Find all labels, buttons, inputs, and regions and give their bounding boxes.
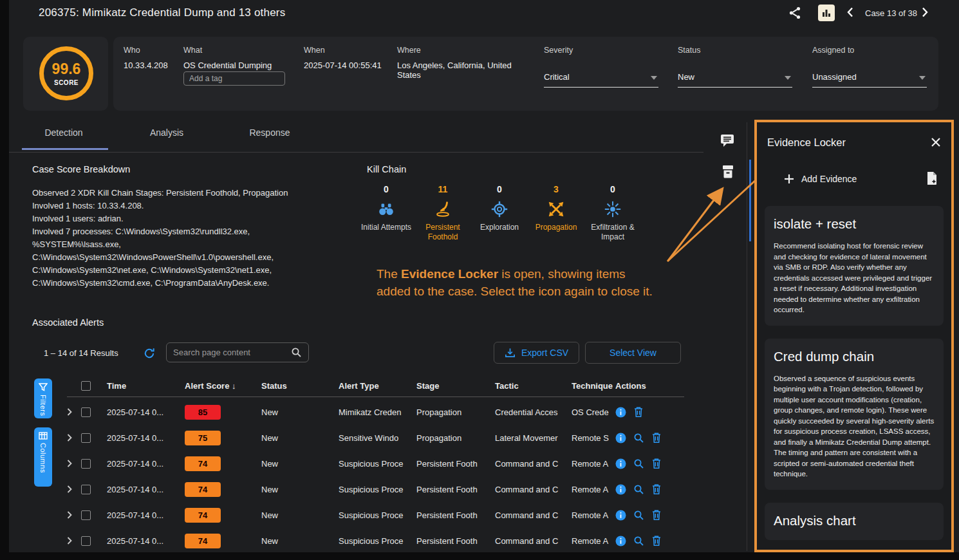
filter-funnel-icon [39, 383, 48, 391]
cell-stage: Persistent Footh [416, 459, 495, 469]
evidence-card-title: isolate + reset [774, 216, 935, 232]
comments-icon[interactable] [720, 134, 735, 151]
field-when: When 2025-07-14 00:55:41 [304, 46, 382, 70]
row-checkbox[interactable] [81, 536, 91, 546]
tab-response[interactable]: Response [228, 127, 312, 138]
info-icon[interactable] [615, 407, 626, 418]
col-technique[interactable]: Technique [572, 381, 615, 391]
select-view-button[interactable]: Select View [585, 342, 681, 364]
expand-row-icon[interactable] [67, 434, 81, 442]
what-value: OS Credential Dumping [183, 61, 272, 70]
evidence-locker-title: Evidence Locker [767, 136, 846, 149]
evidence-card[interactable]: Analysis chart [765, 503, 944, 540]
assigned-select[interactable]: Unassigned [812, 72, 927, 88]
table-header-divider [67, 397, 684, 397]
evidence-locker-panel: Evidence Locker Add Evidence isolate + r… [754, 120, 954, 552]
col-status[interactable]: Status [261, 381, 339, 391]
who-value: 10.33.4.208 [124, 61, 168, 70]
field-where: Where Los Angeles, California, United St… [397, 46, 519, 80]
delete-icon[interactable] [651, 483, 662, 495]
share-icon[interactable] [788, 6, 802, 23]
col-stage[interactable]: Stage [416, 381, 495, 391]
delete-icon[interactable] [651, 432, 662, 443]
cell-stage: Persistent Footh [416, 510, 495, 520]
cell-stage: Persistent Footh [416, 485, 495, 494]
scrollbar-thumb[interactable] [749, 160, 751, 241]
table-row: 2025-07-14 0... 74 New Suspicious Proce … [67, 451, 684, 476]
row-checkbox[interactable] [81, 485, 91, 494]
col-actions: Actions [615, 381, 684, 391]
tab-analysis[interactable]: Analysis [125, 127, 209, 138]
status-select[interactable]: New [678, 72, 792, 88]
next-case-icon[interactable] [922, 7, 928, 20]
info-icon[interactable] [615, 510, 626, 521]
target-icon [471, 198, 528, 220]
crossed-arrows-icon [528, 198, 584, 220]
tab-detection[interactable]: Detection [22, 127, 106, 138]
filters-button[interactable]: Filters [34, 378, 52, 418]
chevron-down-icon [651, 76, 657, 80]
table-row: 2025-07-14 0... 74 New Suspicious Proce … [67, 476, 684, 502]
col-time[interactable]: Time [107, 381, 185, 391]
row-checkbox[interactable] [81, 407, 91, 417]
chevron-down-icon [785, 76, 791, 80]
alert-score-badge: 74 [185, 482, 221, 497]
cell-tactic: Command and C [495, 536, 572, 546]
add-evidence-button[interactable]: Add Evidence [784, 174, 857, 184]
search-icon[interactable] [291, 347, 302, 358]
stage-exploration[interactable]: 0 Exploration [471, 184, 528, 242]
prev-case-icon[interactable] [847, 7, 853, 20]
delete-icon[interactable] [651, 509, 662, 521]
investigate-icon[interactable] [633, 484, 644, 495]
severity-select[interactable]: Critical [544, 72, 658, 88]
evidence-card[interactable]: isolate + reset Recommend isolating host… [765, 206, 944, 326]
rail-divider [747, 122, 747, 551]
columns-button[interactable]: Columns [34, 427, 52, 487]
col-tactic[interactable]: Tactic [495, 381, 572, 391]
expand-row-icon[interactable] [67, 537, 81, 545]
cell-technique: Remote A [572, 459, 615, 469]
stage-exfiltration-impact[interactable]: 0 Exfiltration & Impact [584, 184, 641, 242]
refresh-icon[interactable] [144, 348, 155, 362]
investigate-icon[interactable] [633, 433, 644, 443]
cell-time: 2025-07-14 0... [107, 433, 185, 443]
foothold-icon [414, 198, 471, 220]
delete-icon[interactable] [651, 458, 662, 469]
evidence-card[interactable]: Cred dump chain Observed a sequence of s… [765, 339, 944, 490]
investigate-icon[interactable] [633, 510, 644, 521]
file-plus-icon[interactable] [926, 171, 938, 188]
expand-row-icon[interactable] [67, 485, 81, 493]
expand-row-icon[interactable] [67, 460, 81, 467]
info-icon[interactable] [615, 433, 626, 443]
evidence-locker-icon[interactable] [721, 165, 735, 182]
col-alert-type[interactable]: Alert Type [339, 381, 416, 391]
info-icon[interactable] [615, 458, 626, 469]
chart-view-button[interactable] [818, 5, 835, 21]
select-all-checkbox[interactable] [81, 381, 91, 391]
info-icon[interactable] [615, 484, 626, 495]
row-checkbox[interactable] [81, 510, 91, 520]
info-icon[interactable] [615, 536, 626, 546]
search-input[interactable] [173, 348, 291, 357]
tab-divider [9, 152, 703, 153]
close-icon[interactable] [931, 137, 941, 150]
bar-chart-icon [822, 8, 831, 17]
export-csv-button[interactable]: Export CSV [494, 342, 579, 364]
cell-tactic: Command and C [495, 459, 572, 469]
expand-row-icon[interactable] [67, 408, 81, 416]
stage-propagation[interactable]: 3 Propagation [528, 184, 584, 242]
investigate-icon[interactable] [633, 536, 644, 546]
col-alert-score[interactable]: Alert Score ↓ [185, 381, 261, 391]
delete-icon[interactable] [651, 535, 662, 546]
row-checkbox[interactable] [81, 433, 91, 443]
add-tag-input[interactable] [183, 71, 285, 86]
cell-alert-type: Suspicious Proce [339, 510, 416, 520]
active-tab-indicator [22, 148, 108, 150]
expand-row-icon[interactable] [67, 511, 81, 519]
investigate-icon[interactable] [633, 458, 644, 469]
download-icon [505, 348, 516, 358]
stage-initial-attempts[interactable]: 0 Initial Attempts [358, 184, 414, 242]
delete-icon[interactable] [633, 406, 644, 418]
stage-persistent-foothold[interactable]: 11 Persistent Foothold [414, 184, 471, 242]
row-checkbox[interactable] [81, 459, 91, 469]
